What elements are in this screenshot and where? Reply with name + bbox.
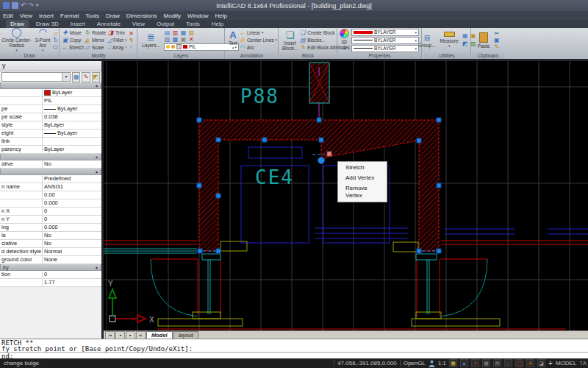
undo-icon[interactable]: ↶ bbox=[21, 2, 26, 9]
command-window[interactable]: RETCH ** fy stretch point or [Base point… bbox=[0, 339, 588, 359]
copy-button[interactable]: ▣Copy bbox=[62, 37, 84, 44]
qat-dropdown-icon[interactable]: ▾ bbox=[36, 2, 38, 9]
polyline-icon[interactable]: ▱ bbox=[52, 31, 59, 37]
menu-edit[interactable]: Edit bbox=[3, 13, 13, 19]
entity-selector-combo[interactable]: ▼ bbox=[1, 72, 71, 82]
group-button[interactable]: ⧈ Group... bbox=[417, 32, 437, 48]
property-value[interactable]: ANSI31 bbox=[43, 183, 101, 191]
linear-dimension-button[interactable]: ↔Linear▾ bbox=[239, 29, 277, 36]
tab-view[interactable]: View bbox=[128, 20, 149, 28]
erase-icon[interactable]: ✕ bbox=[128, 31, 135, 37]
menu-view[interactable]: View bbox=[20, 13, 32, 19]
layer-tool-icon[interactable]: ▤ bbox=[164, 30, 171, 36]
property-value[interactable]: 0 bbox=[43, 208, 101, 215]
person-icon[interactable] bbox=[429, 360, 435, 367]
lineweight-icon[interactable]: ≡ bbox=[341, 46, 348, 52]
color-combo[interactable]: BYLAYER▾ bbox=[351, 29, 419, 36]
linetype-icon[interactable]: ▤ bbox=[341, 39, 348, 45]
copy-clip-icon[interactable]: ▣ bbox=[493, 38, 500, 43]
collapse-icon[interactable]: ▲ bbox=[95, 169, 98, 174]
property-value[interactable]: 0 bbox=[43, 271, 101, 278]
layer-tool-icon[interactable]: ▣ bbox=[180, 37, 187, 43]
measure-button[interactable]: Measure▾ bbox=[439, 32, 460, 49]
column-block[interactable] bbox=[309, 63, 329, 120]
menu-insert[interactable]: Insert bbox=[39, 13, 54, 19]
property-value[interactable]: No bbox=[43, 232, 101, 239]
property-value[interactable]: ByLayer bbox=[43, 130, 101, 137]
match-properties-icon[interactable]: ✎ bbox=[493, 44, 500, 50]
select-objects-icon[interactable]: ▦ bbox=[72, 72, 80, 82]
rotate-button[interactable]: ↻Rotate bbox=[84, 29, 107, 37]
collapse-icon[interactable]: ▲ bbox=[95, 83, 98, 88]
color-wheel-icon[interactable] bbox=[340, 29, 349, 38]
layer-tool-icon[interactable]: ▨ bbox=[164, 37, 171, 43]
etrack-icon[interactable]: ✛ bbox=[526, 359, 534, 367]
property-value[interactable]: 0.00 bbox=[43, 191, 101, 199]
stretch-button[interactable]: ↔Stretch bbox=[62, 44, 84, 52]
property-value[interactable]: 0.038 bbox=[43, 113, 101, 121]
revision-cloud-icon[interactable]: ↻ bbox=[52, 38, 59, 43]
redo-icon[interactable]: ↷ bbox=[29, 2, 35, 9]
menu-dimensions[interactable]: Dimensions bbox=[126, 13, 157, 19]
window-outlines[interactable] bbox=[241, 147, 588, 243]
menu-format[interactable]: Format bbox=[60, 13, 79, 19]
layer-tool-icon[interactable]: ✕ bbox=[188, 37, 195, 43]
insert-block-button[interactable]: ❏ Insert Block... bbox=[281, 30, 299, 51]
property-value[interactable]: PIL bbox=[43, 97, 101, 105]
section-header[interactable]: ▲ bbox=[0, 169, 101, 175]
section-header[interactable]: ▲ bbox=[0, 82, 101, 89]
snap-icon[interactable]: ▦ bbox=[449, 359, 457, 367]
save-icon[interactable] bbox=[3, 2, 10, 9]
right-door[interactable] bbox=[158, 241, 588, 329]
utility-area-icon[interactable]: ◩ bbox=[462, 40, 469, 48]
section-header[interactable]: ▲ bbox=[0, 154, 101, 160]
quick-select-icon[interactable]: ✎ bbox=[82, 72, 90, 82]
annotation-scale[interactable]: 1:1 bbox=[438, 360, 446, 367]
left-door[interactable] bbox=[104, 241, 247, 326]
paste-button[interactable]: Paste bbox=[476, 32, 492, 49]
property-value[interactable]: 0.000 bbox=[43, 224, 101, 231]
tab-annotate[interactable]: Annotate bbox=[93, 20, 125, 28]
property-value[interactable]: No bbox=[43, 160, 101, 168]
property-value[interactable]: ByLayer bbox=[43, 105, 101, 113]
menu-help[interactable]: Help bbox=[215, 13, 227, 19]
lwt-icon[interactable]: ▤ bbox=[493, 359, 501, 367]
active-vertex-grip[interactable] bbox=[318, 158, 325, 164]
collapse-icon[interactable]: ▲ bbox=[95, 265, 98, 269]
explode-icon[interactable]: ↯ bbox=[128, 38, 135, 43]
layer-tool-icon[interactable]: ▧ bbox=[188, 30, 195, 36]
section-header[interactable]: try▲ bbox=[0, 264, 101, 271]
hover-grip[interactable] bbox=[327, 152, 331, 156]
cut-icon[interactable]: ✂ bbox=[493, 31, 500, 37]
scale-button[interactable]: ▱Scale bbox=[84, 44, 107, 52]
layers-button[interactable]: ≣ Layers... bbox=[140, 32, 162, 48]
context-menu-item-stretch[interactable]: Stretch bbox=[338, 163, 387, 173]
circle-center-radius-button[interactable]: ◯ Circle Center-Radius▾ bbox=[0, 27, 33, 53]
utility-grid-icon[interactable]: ▦ bbox=[462, 32, 469, 40]
layer-tool-icon[interactable]: ▩ bbox=[172, 37, 179, 43]
fillet-button[interactable]: ◿Fillet▾ bbox=[107, 37, 126, 44]
move-button[interactable]: ✚Move bbox=[62, 29, 84, 37]
property-value[interactable]: ByLayer bbox=[43, 121, 101, 129]
three-point-arc-button[interactable]: ◠ 3-Point Arc▾ bbox=[33, 27, 52, 53]
linetype-combo[interactable]: BYLAYER▾ bbox=[351, 37, 419, 44]
model-space-indicator[interactable]: MODEL bbox=[556, 360, 576, 367]
trim-button[interactable]: ◨Trim bbox=[107, 29, 126, 37]
dyn-icon[interactable]: ◪ bbox=[537, 359, 545, 367]
rectangle-icon[interactable]: ▭ bbox=[52, 44, 59, 50]
join-icon[interactable]: ▫ bbox=[128, 44, 135, 50]
plus-icon[interactable]: + bbox=[548, 359, 553, 367]
property-value[interactable]: ByLayer bbox=[43, 89, 101, 96]
drawing-canvas[interactable]: P88 CE4 bbox=[104, 61, 588, 330]
layer-tool-icon[interactable]: ▥ bbox=[172, 30, 179, 36]
property-value[interactable]: ByLayer bbox=[43, 146, 101, 153]
tab-help[interactable]: Help bbox=[207, 20, 228, 28]
property-value[interactable] bbox=[43, 138, 101, 145]
layer-tool-icon[interactable]: ▦ bbox=[180, 30, 187, 36]
menu-window[interactable]: Window bbox=[187, 13, 208, 19]
text-button[interactable]: A Text▾ bbox=[227, 30, 239, 51]
menu-draw[interactable]: Draw bbox=[106, 13, 120, 19]
property-value[interactable]: 0 bbox=[43, 216, 101, 223]
tab-insert[interactable]: Insert bbox=[66, 20, 90, 28]
tab-tools[interactable]: Tools bbox=[182, 20, 204, 28]
